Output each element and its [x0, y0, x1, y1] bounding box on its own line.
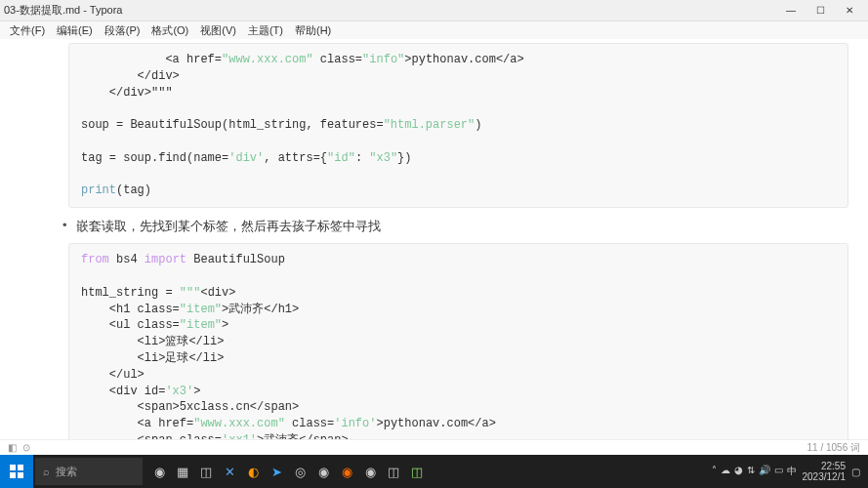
minimize-button[interactable]: —: [776, 1, 806, 20]
word-count[interactable]: 11 / 1056 词: [807, 441, 860, 455]
tray-battery-icon[interactable]: ▭: [774, 465, 783, 478]
taskbar-clock[interactable]: 22:55 2023/12/1: [803, 461, 847, 482]
code-block-1[interactable]: <a href="www.xxx.com" class="info">pytho…: [68, 43, 848, 208]
tray-ime-icon[interactable]: 中: [787, 465, 797, 478]
code-block-2[interactable]: from bs4 import BeautifulSoup html_strin…: [68, 243, 848, 455]
notification-icon[interactable]: ▢: [851, 467, 860, 477]
menu-help[interactable]: 帮助(H): [289, 23, 337, 38]
app-vscode-icon[interactable]: ✕: [219, 458, 240, 485]
app-explorer-icon[interactable]: ▦: [172, 458, 193, 485]
sidebar-toggle-icon[interactable]: ◧: [8, 442, 17, 453]
menu-theme[interactable]: 主题(T): [242, 23, 289, 38]
statusbar: ◧ ⊙ 11 / 1056 词: [0, 439, 868, 455]
clock-date: 2023/12/1: [803, 471, 847, 482]
titlebar: 03-数据提取.md - Typora — ☐ ✕: [0, 0, 868, 21]
tray-up-icon[interactable]: ˄: [712, 465, 717, 478]
svg-rect-2: [10, 472, 16, 478]
clock-time: 22:55: [803, 461, 847, 471]
app-generic-icon[interactable]: ◎: [289, 458, 310, 485]
menu-edit[interactable]: 编辑(E): [51, 23, 99, 38]
tray-volume-icon[interactable]: 🔊: [759, 465, 770, 478]
taskbar-search[interactable]: ⌕ 搜索: [35, 458, 143, 485]
app-firefox-icon[interactable]: ◐: [242, 458, 264, 485]
app-firefox2-icon[interactable]: ◉: [336, 458, 357, 485]
window-controls: — ☐ ✕: [776, 1, 864, 20]
tray-cloud-icon[interactable]: ☁: [721, 465, 730, 478]
outline-toggle-icon[interactable]: ⊙: [22, 442, 30, 453]
app-chrome-icon[interactable]: ◉: [359, 458, 381, 485]
menubar: 文件(F) 编辑(E) 段落(P) 格式(O) 视图(V) 主题(T) 帮助(H…: [0, 21, 868, 39]
menu-file[interactable]: 文件(F): [4, 23, 51, 38]
bullet-text[interactable]: 嵌套读取，先找到某个标签，然后再去孩子标签中寻找: [76, 218, 848, 235]
editor-content[interactable]: <a href="www.xxx.com" class="info">pytho…: [0, 39, 868, 455]
search-icon: ⌕: [43, 466, 50, 477]
app-typora-icon[interactable]: ◫: [383, 458, 404, 485]
close-button[interactable]: ✕: [835, 1, 864, 20]
menu-format[interactable]: 格式(O): [145, 23, 194, 38]
system-tray: ˄ ☁ ◕ ⇅ 🔊 ▭ 中 22:55 2023/12/1 ▢: [712, 461, 869, 482]
menu-view[interactable]: 视图(V): [194, 23, 242, 38]
app-arrow-icon[interactable]: ➤: [266, 458, 287, 485]
tray-wechat-icon[interactable]: ◕: [734, 465, 743, 478]
search-placeholder: 搜索: [56, 465, 77, 479]
window-title: 03-数据提取.md - Typora: [4, 3, 776, 18]
app-store-icon[interactable]: ◫: [195, 458, 217, 485]
tray-network-icon[interactable]: ⇅: [747, 465, 755, 478]
menu-paragraph[interactable]: 段落(P): [99, 23, 146, 38]
maximize-button[interactable]: ☐: [806, 1, 835, 20]
app-pycharm-icon[interactable]: ◫: [406, 458, 428, 485]
app-generic2-icon[interactable]: ◉: [312, 458, 334, 485]
start-button[interactable]: [0, 455, 33, 488]
taskbar: ⌕ 搜索 ◉ ▦ ◫ ✕ ◐ ➤ ◎ ◉ ◉ ◉ ◫ ◫ ˄ ☁ ◕ ⇅ 🔊 ▭…: [0, 455, 868, 488]
svg-rect-3: [18, 472, 23, 478]
taskbar-apps: ◉ ▦ ◫ ✕ ◐ ➤ ◎ ◉ ◉ ◉ ◫ ◫: [148, 458, 428, 485]
svg-rect-0: [10, 465, 16, 470]
app-edge-icon[interactable]: ◉: [148, 458, 170, 485]
svg-rect-1: [18, 465, 23, 470]
